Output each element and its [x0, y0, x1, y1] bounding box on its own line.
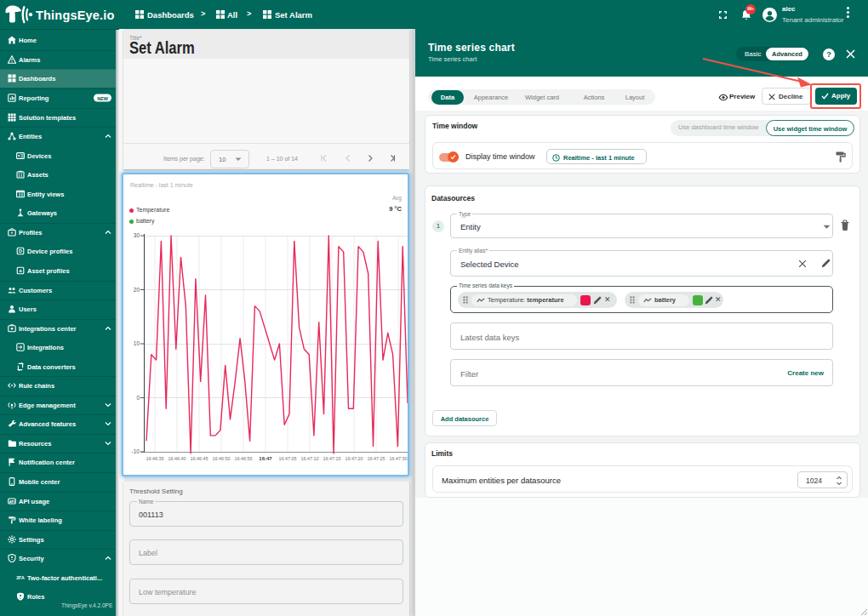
svg-text:2FA: 2FA [16, 575, 25, 580]
svg-text:API: API [9, 499, 15, 503]
svg-text:D: D [19, 248, 22, 254]
svg-text:a: a [20, 268, 23, 273]
